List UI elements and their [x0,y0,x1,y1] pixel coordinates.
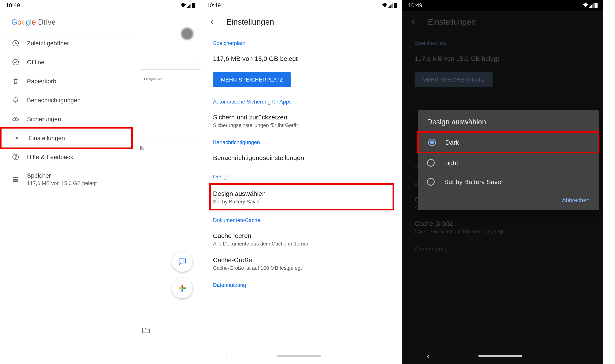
app-logo: Google Drive [0,11,133,34]
svg-rect-3 [180,261,181,261]
avatar[interactable] [181,28,193,40]
status-icons [583,3,598,8]
status-icons [180,3,195,8]
radio-dark[interactable]: Dark [419,133,598,152]
svg-rect-15 [13,179,18,180]
nav-drawer: Google Drive Zuletzt geöffnet Offline Pa… [0,11,133,364]
status-icons [382,3,397,8]
svg-rect-20 [595,3,597,4]
clock-text: 10:49 [408,2,422,9]
more-icon[interactable]: ⋮ [190,61,197,70]
radio-light[interactable]: Light [418,153,599,172]
choose-theme[interactable]: Design auswählen Set by Battery Saver [213,185,390,209]
drawer-label: Offline [27,59,44,66]
wifi-icon [180,3,186,8]
svg-rect-19 [595,3,598,8]
nav-pill[interactable] [277,355,321,357]
cancel-button[interactable]: Abbrechen [562,197,589,203]
doc-footer: llt [140,145,199,151]
theme-dialog: Design auswählen Dark Light Set by Batte… [418,110,599,210]
chat-fab[interactable] [172,251,192,272]
signal-icon [388,3,393,8]
cache-size[interactable]: Cache-Größe Cache-Größe ist auf 100 MB f… [213,251,390,275]
help-icon [12,153,19,161]
svg-rect-8 [183,287,186,289]
trash-icon [12,77,19,85]
svg-rect-7 [179,287,182,289]
svg-point-11 [16,137,18,139]
section-design: Design [213,167,390,183]
radio-label: Light [444,159,458,167]
battery-icon [192,3,195,8]
bottom-bar[interactable] [133,319,201,342]
clock-text: 10:49 [206,2,221,9]
radio-label: Dark [445,139,459,146]
chat-icon [178,258,186,266]
more-storage-button[interactable]: MEHR SPEICHERPLATZ [213,72,291,87]
status-bar: 10:49 [402,0,603,11]
page-title: Einstellungen [226,17,274,26]
drawer-sublabel: 117,6 MB von 15,0 GB belegt [27,180,97,186]
check-circle-icon [12,58,19,66]
svg-point-13 [15,158,16,159]
radio-battery[interactable]: Set by Battery Saver [418,172,599,191]
nav-back-icon[interactable]: ‹ [225,352,228,360]
radio-icon [428,139,436,146]
drawer-backups[interactable]: Sicherungen [0,110,133,129]
system-nav: ‹ [402,348,603,364]
drawer-recent[interactable]: Zuletzt geöffnet [0,34,133,53]
dialog-title: Design auswählen [418,118,599,131]
svg-rect-16 [13,181,18,182]
drawer-label: Zuletzt geöffnet [27,40,69,47]
svg-rect-5 [181,285,183,288]
svg-rect-1 [193,3,194,4]
drawer-label: Sicherungen [27,116,61,123]
drawer-storage[interactable]: Speicher 117,6 MB von 15,0 GB belegt [0,167,133,192]
battery-icon [595,3,598,8]
document-preview[interactable]: Einfügen Text [140,69,201,142]
section-storage: Speicherplatz [213,33,390,50]
back-icon[interactable] [209,18,217,26]
storage-usage: 117,6 MB von 15,0 GB belegt [213,50,390,68]
status-bar: 10:49 [0,0,201,11]
drawer-offline[interactable]: Offline [0,53,133,72]
drawer-notifications[interactable]: Benachrichtigungen [0,91,133,110]
clock-icon [12,39,19,47]
svg-rect-6 [181,288,183,292]
notification-settings[interactable]: Benachrichtigungseinstellungen [213,149,390,167]
section-backup: Automatische Sicherung für Apps [213,92,390,108]
signal-icon [589,3,594,8]
radio-label: Set by Battery Saver [444,178,503,186]
drawer-label: Papierkorb [27,78,56,85]
radio-icon [427,159,435,167]
gear-icon [13,134,21,142]
bell-icon [12,96,19,104]
drawer-trash[interactable]: Papierkorb [0,72,133,91]
svg-rect-0 [192,3,195,8]
clear-cache[interactable]: Cache leeren Alle Dokumente aus dem Cach… [213,227,390,251]
radio-icon [427,178,435,186]
svg-point-2 [182,261,183,261]
signal-icon [187,3,191,8]
drawer-help[interactable]: Hilfe & Feedback [0,147,133,167]
battery-icon [394,3,397,8]
drawer-label: Hilfe & Feedback [27,154,73,161]
status-bar: 10:49 [201,0,402,11]
nav-pill[interactable] [478,355,522,357]
svg-rect-17 [394,3,397,8]
wifi-icon [382,3,388,8]
cloud-up-icon [12,115,19,123]
folder-icon [142,326,150,335]
svg-rect-14 [13,177,18,178]
system-nav: ‹ [201,348,402,364]
section-notifications: Benachrichtigungen [213,132,390,149]
wifi-icon [583,3,588,8]
storage-icon [12,176,19,183]
section-cache: Dokumenten-Cache [213,210,390,227]
drawer-settings[interactable]: Einstellungen [1,129,131,147]
new-fab[interactable] [172,278,192,299]
svg-rect-4 [183,261,184,261]
nav-back-icon[interactable]: ‹ [427,352,429,360]
backup-reset[interactable]: Sichern und zurücksetzen Sicherungseinst… [213,108,390,132]
app-bar: Einstellungen [201,11,402,33]
